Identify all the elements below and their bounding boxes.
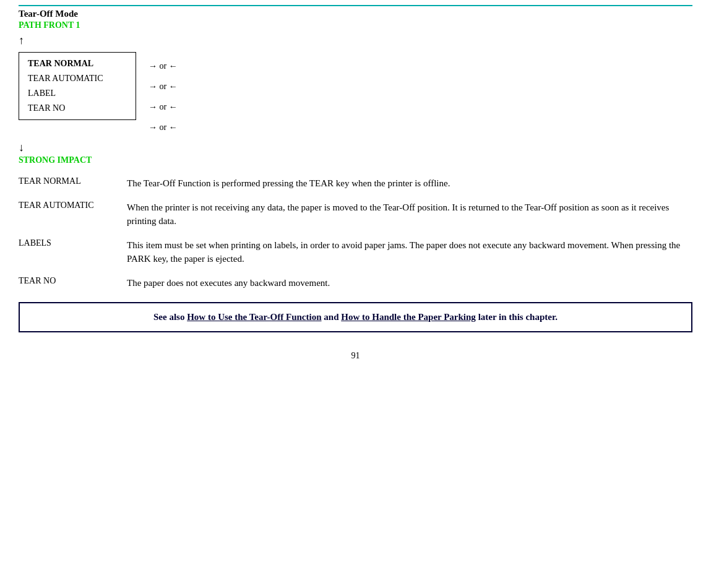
arrow-row: → or ←	[149, 97, 178, 117]
description-definition: This item must be set when printing on l…	[127, 238, 692, 266]
arrows-column: → or ←→ or ←→ or ←→ or ←	[149, 52, 178, 137]
path-label: PATH FRONT 1	[19, 20, 692, 30]
menu-diagram: TEAR NORMALTEAR AUTOMATICLABELTEAR NO → …	[19, 52, 692, 137]
description-row: TEAR NOThe paper does not executes any b…	[19, 276, 692, 290]
description-row: LABELSThis item must be set when printin…	[19, 238, 692, 266]
description-definition: The Tear-Off Function is performed press…	[127, 176, 450, 191]
description-row: TEAR NORMALThe Tear-Off Function is perf…	[19, 176, 692, 191]
menu-item: TEAR NORMAL	[28, 56, 127, 71]
menu-item: LABEL	[28, 86, 127, 101]
menu-item: TEAR AUTOMATIC	[28, 71, 127, 86]
arrow-row: → or ←	[149, 76, 178, 97]
description-definition: When the printer is not receiving any da…	[127, 201, 692, 228]
see-also-box: See also How to Use the Tear-Off Functio…	[19, 302, 692, 332]
see-also-link1[interactable]: How to Use the Tear-Off Function	[187, 312, 321, 322]
page-title: Tear-Off Mode	[19, 9, 692, 19]
descriptions-section: TEAR NORMALThe Tear-Off Function is perf…	[19, 176, 692, 290]
description-term: LABELS	[19, 238, 127, 248]
arrow-row: → or ←	[149, 56, 178, 76]
description-term: TEAR NO	[19, 276, 127, 286]
arrow-down: ↓	[19, 141, 692, 154]
see-also-prefix: See also	[153, 312, 187, 322]
menu-item: TEAR NO	[28, 101, 127, 116]
description-term: TEAR NORMAL	[19, 176, 127, 186]
see-also-suffix: later in this chapter.	[476, 312, 558, 322]
menu-box: TEAR NORMALTEAR AUTOMATICLABELTEAR NO	[19, 52, 136, 120]
page-number: 91	[19, 351, 692, 361]
see-also-middle: and	[322, 312, 342, 322]
description-term: TEAR AUTOMATIC	[19, 201, 127, 210]
arrow-row: → or ←	[149, 117, 178, 137]
description-definition: The paper does not executes any backward…	[127, 276, 330, 290]
see-also-link2[interactable]: How to Handle the Paper Parking	[341, 312, 476, 322]
arrow-up: ↑	[19, 34, 692, 47]
top-border	[19, 5, 692, 6]
strong-impact-label: STRONG IMPACT	[19, 155, 692, 165]
description-row: TEAR AUTOMATICWhen the printer is not re…	[19, 201, 692, 228]
